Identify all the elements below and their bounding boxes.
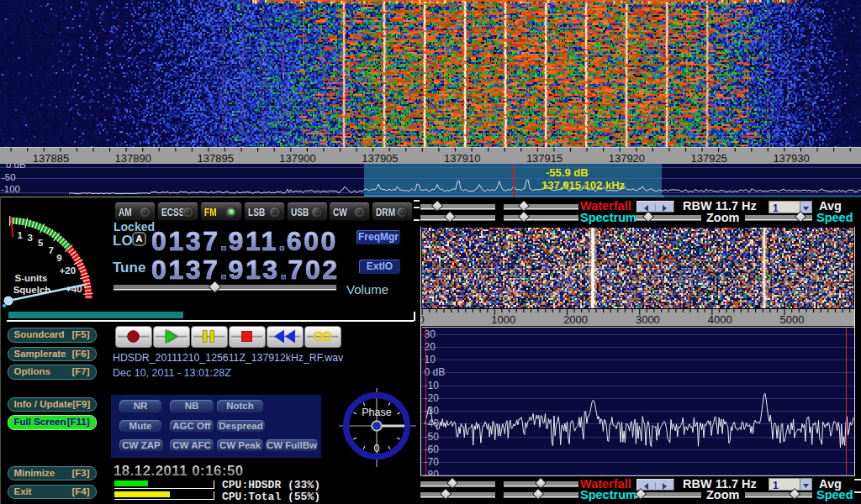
svg-text:9: 9 — [56, 253, 61, 263]
svg-text:0: 0 — [374, 443, 380, 454]
svg-text:7: 7 — [49, 245, 54, 255]
svg-text:Squelch: Squelch — [13, 285, 51, 295]
svg-text:5: 5 — [38, 238, 44, 248]
svg-text:+20: +20 — [60, 265, 77, 276]
svg-text:S-units: S-units — [15, 273, 48, 283]
svg-text:1: 1 — [17, 230, 23, 240]
svg-text:3: 3 — [27, 233, 32, 243]
svg-text:Phase: Phase — [362, 407, 391, 418]
